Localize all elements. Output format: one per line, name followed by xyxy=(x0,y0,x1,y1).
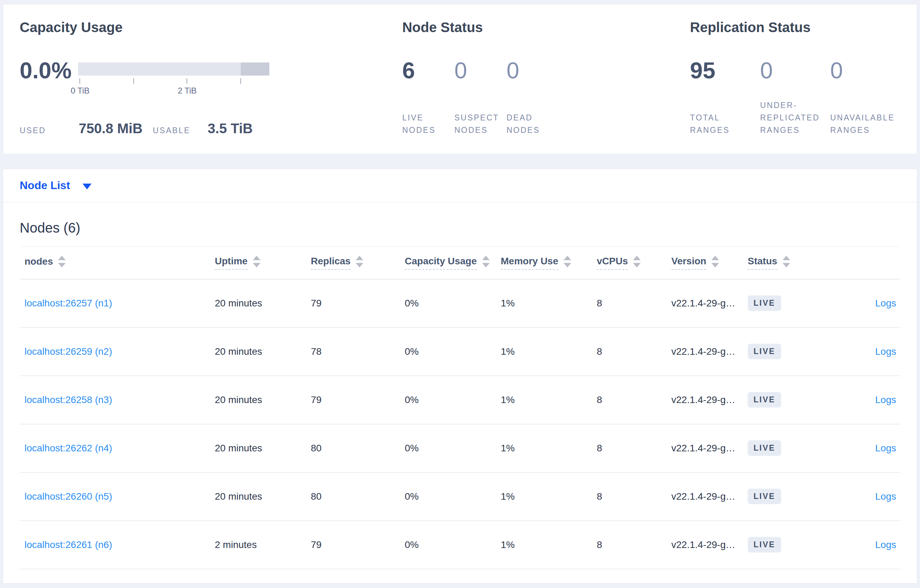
uptime-cell: 20 minutes xyxy=(210,376,306,424)
column-label: Memory Use xyxy=(501,256,559,270)
node-address-link[interactable]: localhost:26260 (n5) xyxy=(24,491,112,502)
column-header-vcpus[interactable]: vCPUs xyxy=(592,247,667,279)
capacity-cell: 0% xyxy=(400,328,496,376)
replicas-cell: 80 xyxy=(306,424,400,472)
memory-cell: 1% xyxy=(496,472,592,521)
used-value: 750.8 MiB xyxy=(79,121,143,136)
status-badge: LIVE xyxy=(748,489,781,504)
column-header-replicas[interactable]: Replicas xyxy=(306,247,400,279)
uptime-cell: 20 minutes xyxy=(210,472,306,521)
node-address-link[interactable]: localhost:26257 (n1) xyxy=(24,298,112,309)
stat-unavailable-ranges: 0UNAVAILABLE RANGES xyxy=(830,59,900,136)
column-header-uptime[interactable]: Uptime xyxy=(210,247,306,279)
memory-cell: 1% xyxy=(496,521,592,569)
status-badge: LIVE xyxy=(748,440,781,456)
logs-cell: Logs xyxy=(829,279,900,328)
usable-label: USABLE xyxy=(153,126,191,135)
axis-tick xyxy=(133,78,134,84)
vcpus-cell: 8 xyxy=(592,328,667,376)
replicas-cell: 79 xyxy=(306,521,400,569)
replicas-cell: 78 xyxy=(306,328,400,376)
chevron-down-icon xyxy=(83,184,92,189)
stat-dead-nodes: 0DEAD NODES xyxy=(507,59,559,136)
address-cell: localhost:26261 (n6) xyxy=(20,521,210,569)
stat-value: 0 xyxy=(455,59,507,82)
column-label: Replicas xyxy=(311,256,350,270)
status-cell: LIVE xyxy=(743,328,829,376)
node-status-section: Node Status 6LIVE NODES0SUSPECT NODES0DE… xyxy=(402,19,690,139)
stat-value: 0 xyxy=(830,59,900,82)
capacity-cell: 0% xyxy=(400,424,496,472)
sort-icon[interactable] xyxy=(356,256,363,267)
vcpus-cell: 8 xyxy=(592,376,667,424)
stat-label: UNDER-REPLICATED RANGES xyxy=(760,99,828,136)
capacity-cell: 0% xyxy=(400,279,496,328)
address-cell: localhost:26258 (n3) xyxy=(20,376,210,424)
stat-label: TOTAL RANGES xyxy=(690,111,757,136)
node-list-dropdown[interactable]: Node List xyxy=(3,169,917,202)
sort-icon[interactable] xyxy=(253,256,261,267)
column-label: Capacity Usage xyxy=(405,256,477,270)
replication-status-title: Replication Status xyxy=(690,19,900,36)
stat-label: DEAD NODES xyxy=(507,111,552,136)
sort-icon[interactable] xyxy=(711,256,719,267)
replicas-cell: 79 xyxy=(306,376,400,424)
address-cell: localhost:26262 (n4) xyxy=(20,424,210,472)
status-cell: LIVE xyxy=(743,424,829,472)
sort-icon[interactable] xyxy=(633,256,641,267)
uptime-cell: 20 minutes xyxy=(210,328,306,376)
stat-live-nodes: 6LIVE NODES xyxy=(402,59,455,136)
node-list-dropdown-label: Node List xyxy=(20,179,70,192)
column-header-status[interactable]: Status xyxy=(743,247,829,279)
logs-link[interactable]: Logs xyxy=(875,346,896,357)
node-address-link[interactable]: localhost:26262 (n4) xyxy=(24,443,112,454)
version-cell: v22.1.4-29-g… xyxy=(667,424,743,472)
nodes-heading: Nodes (6) xyxy=(20,220,900,236)
column-header-capacity[interactable]: Capacity Usage xyxy=(400,247,496,279)
column-header-version[interactable]: Version xyxy=(667,247,743,279)
node-address-link[interactable]: localhost:26258 (n3) xyxy=(24,394,112,405)
version-cell: v22.1.4-29-g… xyxy=(667,521,743,569)
axis-tick xyxy=(79,78,80,84)
status-badge: LIVE xyxy=(748,392,781,407)
column-label: vCPUs xyxy=(597,256,628,270)
logs-link[interactable]: Logs xyxy=(875,298,896,309)
vcpus-cell: 8 xyxy=(592,279,667,328)
version-cell: v22.1.4-29-g… xyxy=(667,279,743,328)
node-address-link[interactable]: localhost:26259 (n2) xyxy=(24,346,112,357)
stat-value: 6 xyxy=(402,59,455,82)
sort-icon[interactable] xyxy=(782,256,790,267)
vcpus-cell: 8 xyxy=(592,521,667,569)
logs-cell: Logs xyxy=(829,376,900,424)
uptime-cell: 20 minutes xyxy=(210,424,306,472)
replicas-cell: 80 xyxy=(306,472,400,521)
table-row: localhost:26259 (n2)20 minutes780%1%8v22… xyxy=(20,328,900,376)
logs-link[interactable]: Logs xyxy=(875,540,896,550)
cluster-overview-page: Capacity Usage 0.0% 0 TiB 2 TiB xyxy=(0,0,920,588)
replicas-cell: 79 xyxy=(306,279,400,328)
stat-value: 0 xyxy=(507,59,559,82)
status-cell: LIVE xyxy=(743,279,829,328)
node-address-link[interactable]: localhost:26261 (n6) xyxy=(24,540,112,550)
column-label: Status xyxy=(748,256,777,270)
column-header-address[interactable]: nodes xyxy=(20,247,210,279)
memory-cell: 1% xyxy=(496,376,592,424)
stat-label: LIVE NODES xyxy=(402,111,447,136)
sort-icon[interactable] xyxy=(482,256,490,267)
node-status-title: Node Status xyxy=(402,19,690,36)
capacity-usage-section: Capacity Usage 0.0% 0 TiB 2 TiB xyxy=(20,19,402,139)
logs-link[interactable]: Logs xyxy=(875,394,896,405)
status-cell: LIVE xyxy=(743,521,829,569)
memory-cell: 1% xyxy=(496,279,592,328)
column-header-memory[interactable]: Memory Use xyxy=(496,247,592,279)
table-row: localhost:26262 (n4)20 minutes800%1%8v22… xyxy=(20,424,900,472)
replication-status-section: Replication Status 95TOTAL RANGES0UNDER-… xyxy=(690,19,900,139)
version-cell: v22.1.4-29-g… xyxy=(667,472,743,521)
sort-icon[interactable] xyxy=(564,256,571,267)
stat-total-ranges: 95TOTAL RANGES xyxy=(690,59,760,136)
capacity-usage-title: Capacity Usage xyxy=(20,19,402,36)
logs-link[interactable]: Logs xyxy=(875,443,896,454)
logs-link[interactable]: Logs xyxy=(875,491,896,502)
sort-icon[interactable] xyxy=(58,256,66,267)
table-row: localhost:26257 (n1)20 minutes790%1%8v22… xyxy=(20,279,900,328)
